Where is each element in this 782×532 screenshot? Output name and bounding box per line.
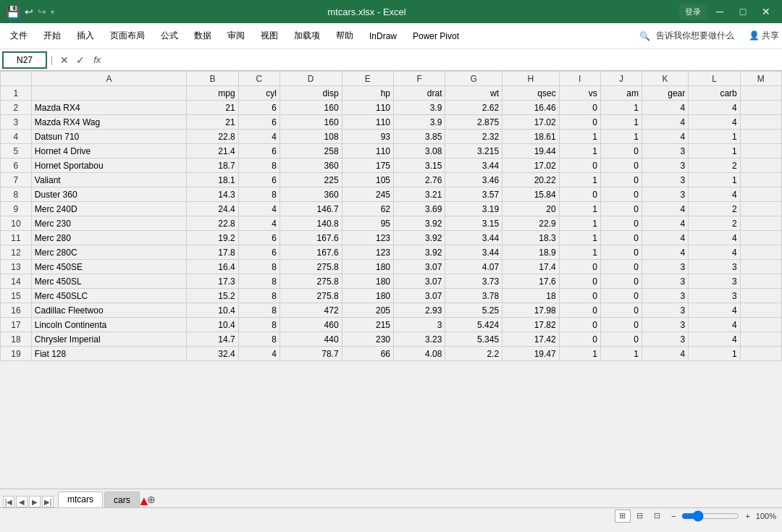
cell-k7[interactable]: 3 [642, 173, 688, 187]
cell-e4[interactable]: 93 [342, 130, 393, 144]
cell-h13[interactable]: 17.4 [503, 260, 560, 274]
cancel-formula-icon[interactable]: ✕ [57, 53, 72, 67]
cell-f2[interactable]: 3.9 [394, 101, 445, 115]
cell-d19[interactable]: 78.7 [279, 347, 342, 361]
col-header-c[interactable]: C [238, 72, 279, 86]
cell-i8[interactable]: 0 [559, 187, 600, 202]
maximize-button[interactable]: □ [733, 1, 753, 22]
cell-e17[interactable]: 215 [342, 318, 393, 332]
cell-h4[interactable]: 18.61 [503, 130, 560, 144]
cell-i10[interactable]: 1 [559, 216, 600, 231]
cell-c16[interactable]: 8 [238, 303, 279, 318]
cell-j10[interactable]: 0 [600, 216, 642, 231]
header-vs[interactable]: vs [559, 86, 600, 101]
cell-c9[interactable]: 4 [238, 202, 279, 216]
cell-g2[interactable]: 2.62 [445, 101, 503, 115]
cell-l19[interactable]: 1 [689, 347, 740, 361]
cell-i19[interactable]: 1 [559, 347, 600, 361]
cell-i17[interactable]: 0 [559, 318, 600, 332]
cell-i7[interactable]: 1 [559, 173, 600, 187]
menu-power-pivot[interactable]: Power Pivot [405, 28, 466, 44]
cell-h11[interactable]: 18.3 [503, 231, 560, 245]
cell-g7[interactable]: 3.46 [445, 173, 503, 187]
cell-m14[interactable] [740, 274, 781, 289]
cell-c19[interactable]: 4 [238, 347, 279, 361]
cell-b13[interactable]: 16.4 [187, 260, 238, 274]
cell-a18[interactable]: Chrysler Imperial [31, 332, 186, 347]
cell-f13[interactable]: 3.07 [394, 260, 445, 274]
cell-l4[interactable]: 1 [689, 130, 740, 144]
cell-b19[interactable]: 32.4 [187, 347, 238, 361]
cell-m19[interactable] [740, 347, 781, 361]
cell-f7[interactable]: 2.76 [394, 173, 445, 187]
menu-file[interactable]: 文件 [3, 27, 35, 45]
cell-h18[interactable]: 17.42 [503, 332, 560, 347]
cell-i3[interactable]: 0 [559, 115, 600, 130]
cell-e15[interactable]: 180 [342, 289, 393, 303]
row-num-11[interactable]: 11 [1, 231, 32, 245]
cell-j11[interactable]: 0 [600, 231, 642, 245]
cell-f16[interactable]: 2.93 [394, 303, 445, 318]
cell-b15[interactable]: 15.2 [187, 289, 238, 303]
cell-k11[interactable]: 4 [642, 231, 688, 245]
header-am[interactable]: am [600, 86, 642, 101]
cell-k4[interactable]: 4 [642, 130, 688, 144]
cell-f6[interactable]: 3.15 [394, 159, 445, 173]
cell-k3[interactable]: 4 [642, 115, 688, 130]
cell-l15[interactable]: 3 [689, 289, 740, 303]
menu-addons[interactable]: 加载项 [287, 27, 327, 45]
cell-g10[interactable]: 3.15 [445, 216, 503, 231]
cell-i13[interactable]: 0 [559, 260, 600, 274]
cell-g16[interactable]: 5.25 [445, 303, 503, 318]
cell-d2[interactable]: 160 [279, 101, 342, 115]
col-header-e[interactable]: E [342, 72, 393, 86]
row-num-19[interactable]: 19 [1, 347, 32, 361]
cell-k13[interactable]: 3 [642, 260, 688, 274]
col-header-i[interactable]: I [559, 72, 600, 86]
cell-e9[interactable]: 62 [342, 202, 393, 216]
cell-a19[interactable]: Fiat 128 [31, 347, 186, 361]
cell-i9[interactable]: 1 [559, 202, 600, 216]
tab-nav-first[interactable]: |◀ [3, 496, 14, 507]
cell-l16[interactable]: 4 [689, 303, 740, 318]
row-num-10[interactable]: 10 [1, 216, 32, 231]
cell-k10[interactable]: 4 [642, 216, 688, 231]
cell-g11[interactable]: 3.44 [445, 231, 503, 245]
cell-g19[interactable]: 2.2 [445, 347, 503, 361]
row-num-2[interactable]: 2 [1, 101, 32, 115]
normal-view-button[interactable]: ⊞ [615, 510, 631, 523]
cell-m18[interactable] [740, 332, 781, 347]
cell-m9[interactable] [740, 202, 781, 216]
cell-e12[interactable]: 123 [342, 245, 393, 260]
cell-f15[interactable]: 3.07 [394, 289, 445, 303]
cell-g14[interactable]: 3.73 [445, 274, 503, 289]
cell-h12[interactable]: 18.9 [503, 245, 560, 260]
menu-formula[interactable]: 公式 [154, 27, 185, 45]
cell-k9[interactable]: 4 [642, 202, 688, 216]
cell-j2[interactable]: 1 [600, 101, 642, 115]
sheet-tab-cars[interactable]: cars [104, 491, 140, 507]
row-num-14[interactable]: 14 [1, 274, 32, 289]
cell-i14[interactable]: 0 [559, 274, 600, 289]
cell-g4[interactable]: 2.32 [445, 130, 503, 144]
cell-m16[interactable] [740, 303, 781, 318]
cell-c10[interactable]: 4 [238, 216, 279, 231]
tab-nav-prev[interactable]: ◀ [16, 496, 28, 507]
cell-reference-input[interactable]: N27 [3, 52, 46, 68]
cell-h2[interactable]: 16.46 [503, 101, 560, 115]
cell-i2[interactable]: 0 [559, 101, 600, 115]
header-col-m[interactable] [740, 86, 781, 101]
menu-home[interactable]: 开始 [36, 27, 68, 45]
cell-h10[interactable]: 22.9 [503, 216, 560, 231]
cell-c3[interactable]: 6 [238, 115, 279, 130]
cell-m6[interactable] [740, 159, 781, 173]
cell-j18[interactable]: 0 [600, 332, 642, 347]
cell-f17[interactable]: 3 [394, 318, 445, 332]
cell-m3[interactable] [740, 115, 781, 130]
col-header-h[interactable]: H [503, 72, 560, 86]
cell-i6[interactable]: 0 [559, 159, 600, 173]
cell-i5[interactable]: 1 [559, 144, 600, 159]
cell-m11[interactable] [740, 231, 781, 245]
cell-b7[interactable]: 18.1 [187, 173, 238, 187]
col-header-k[interactable]: K [642, 72, 688, 86]
